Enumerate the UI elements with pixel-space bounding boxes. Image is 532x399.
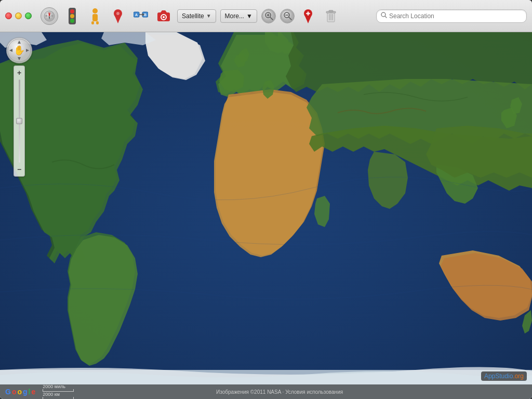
zoom-in-icon	[262, 9, 275, 23]
svg-point-12	[92, 8, 98, 14]
trash-button[interactable]	[322, 7, 340, 25]
svg-rect-45	[329, 10, 333, 12]
svg-point-34	[281, 10, 294, 22]
google-l: l	[29, 388, 31, 396]
zoom-out-button[interactable]	[280, 9, 295, 23]
close-button[interactable]	[5, 12, 12, 19]
directions-icon: A B	[134, 9, 148, 23]
map-container[interactable]: ✋ + − AppStudio.org	[0, 32, 532, 399]
copyright-text: Изображения ©2011 NASA · Условия использ…	[74, 389, 485, 395]
map-controls: ✋ + −	[6, 37, 32, 177]
compass-icon: N S W E	[41, 7, 58, 25]
scale-line-bottom	[43, 397, 74, 399]
satellite-dropdown-arrow: ▼	[206, 13, 211, 19]
camera-button[interactable]	[154, 7, 173, 25]
trash-icon	[325, 9, 337, 23]
svg-line-50	[385, 16, 387, 18]
maximize-button[interactable]	[25, 12, 32, 19]
appstudio-badge: AppStudio.org	[481, 371, 527, 381]
svg-text:E: E	[51, 15, 53, 17]
more-dropdown-arrow: ▼	[246, 12, 252, 20]
zoom-out-icon	[281, 9, 294, 23]
zoom-slider[interactable]: + −	[14, 65, 25, 177]
svg-point-28	[163, 16, 165, 18]
zoom-thumb[interactable]	[16, 118, 22, 124]
google-g2: g	[23, 388, 28, 396]
zoom-track	[19, 79, 20, 163]
satellite-dropdown[interactable]: Satellite ▼	[177, 9, 216, 23]
directions-button[interactable]: A B	[131, 7, 150, 25]
app-window: N S W E	[0, 0, 532, 399]
svg-marker-26	[161, 10, 167, 12]
search-bar[interactable]	[376, 9, 527, 23]
svg-text:✋: ✋	[14, 45, 25, 56]
street-view-button[interactable]	[86, 7, 104, 25]
svg-text:B: B	[144, 13, 147, 17]
more-label: More...	[225, 12, 244, 20]
svg-text:A: A	[135, 13, 138, 17]
appstudio-label: AppStudio	[484, 373, 513, 380]
scale-miles: 2000 миль	[43, 384, 65, 389]
search-input[interactable]	[389, 12, 522, 20]
google-o1: o	[12, 388, 17, 396]
traffic-icon-button[interactable]	[63, 7, 82, 25]
satellite-label: Satellite	[182, 12, 204, 20]
minimize-button[interactable]	[15, 12, 22, 19]
svg-marker-17	[115, 16, 121, 23]
map-zoom-out-button[interactable]: −	[15, 165, 24, 174]
zoom-in-button[interactable]	[261, 9, 276, 23]
svg-rect-14	[91, 21, 94, 24]
svg-point-10	[70, 14, 74, 18]
person-icon	[89, 8, 101, 24]
map-view	[0, 32, 532, 399]
appstudio-org: .org	[513, 373, 524, 380]
svg-rect-15	[96, 21, 99, 24]
svg-point-29	[262, 10, 275, 22]
search-icon	[381, 12, 387, 20]
more-dropdown[interactable]: More... ▼	[220, 9, 257, 23]
camera-icon	[157, 10, 170, 22]
traffic-light-icon	[67, 8, 77, 24]
scale-km: 2000 км	[43, 392, 60, 397]
svg-point-18	[116, 12, 119, 15]
scale-bar: 2000 миль 2000 км	[43, 384, 74, 399]
pan-control[interactable]: ✋	[6, 37, 32, 63]
map-zoom-in-button[interactable]: +	[15, 68, 24, 77]
svg-point-11	[70, 19, 74, 23]
svg-point-9	[70, 9, 74, 14]
pin-icon	[113, 9, 123, 23]
svg-text:W: W	[46, 15, 48, 17]
compass-button[interactable]: N S W E	[40, 7, 59, 25]
google-g: G	[5, 388, 11, 396]
add-pin-icon	[303, 9, 313, 23]
google-o2: o	[17, 388, 22, 396]
svg-rect-13	[92, 14, 98, 21]
add-pin-button[interactable]	[299, 7, 317, 25]
traffic-lights	[5, 12, 32, 19]
google-e: e	[31, 388, 35, 396]
titlebar: N S W E	[0, 0, 532, 32]
google-logo: G o o g l e	[5, 388, 35, 396]
pin-button[interactable]	[109, 7, 127, 25]
svg-marker-39	[305, 16, 311, 23]
bottom-bar: G o o g l e 2000 миль 2000 км Изображени…	[0, 384, 532, 399]
pan-arrows-icon: ✋	[7, 38, 31, 62]
